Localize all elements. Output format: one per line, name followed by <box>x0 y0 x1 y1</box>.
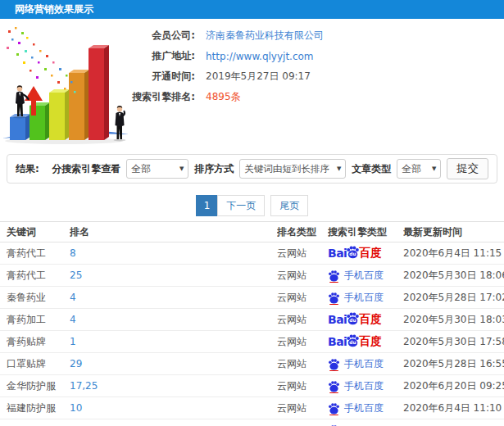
keyword-cell: 福建防护服 <box>7 401 70 415</box>
keyword-cell: 膏药加工 <box>7 313 70 327</box>
table-header-row: 关键词 排名 排名类型 搜索引擎类型 最新更新时间 <box>0 221 504 242</box>
svg-text:du: du <box>350 340 356 345</box>
engine-cell: Baidu百度 <box>328 311 403 328</box>
table-row: 膏药贴牌1云网站Baidu百度2020年5月30日 17:58 <box>0 331 504 353</box>
updated-cell: 2020年6月4日 11:15 <box>403 247 504 261</box>
header-rank-type: 排名类型 <box>277 225 328 239</box>
company-label: 会员公司: <box>123 29 195 43</box>
baidu-paw-icon <box>328 292 340 304</box>
baidu-paw-icon: du <box>346 333 360 347</box>
info-row-ranking-count: 搜索引擎排名: 4895条 <box>123 87 324 107</box>
updated-cell: 2020年6月20日 09:25 <box>403 379 504 393</box>
rank-link[interactable]: 8 <box>70 247 277 259</box>
red-underline <box>329 370 338 371</box>
engine-cell: Baidu百度 <box>328 245 403 261</box>
engine-cell: 手机百度 <box>328 401 403 415</box>
sort-value: 关键词由短到长排序 <box>244 163 329 175</box>
results-table: 关键词 排名 排名类型 搜索引擎类型 最新更新时间 膏药代工8云网站Baidu百… <box>0 221 504 426</box>
keyword-cell: 膏药代工 <box>7 269 70 283</box>
submit-button[interactable]: 提交 <box>447 158 488 179</box>
confetti <box>7 27 76 93</box>
rank-type-cell: 云网站 <box>277 247 328 261</box>
page-button-current[interactable]: 1 <box>196 195 219 216</box>
engine-cell: 手机百度 <box>328 269 403 283</box>
sort-select[interactable]: 关键词由短到长排序 ▼ <box>239 159 346 179</box>
bar-orange <box>69 70 89 140</box>
table-row: 金华防护服17,25云网站手机百度2020年6月20日 09:25 <box>0 375 504 397</box>
member-info-section: 会员公司: 济南秦鲁药业科技有限公司 推广地址: http://www.qlyy… <box>0 19 504 147</box>
info-row-url: 推广地址: http://www.qlyyjt.com <box>123 46 324 66</box>
article-type-select[interactable]: 全部 ▼ <box>397 159 441 179</box>
bar-yellow <box>49 89 70 140</box>
baidu-paw-icon <box>328 270 340 282</box>
sort-label: 排序方式 <box>194 162 234 176</box>
baidu-paw-icon <box>328 358 340 370</box>
engine-filter-label: 分搜索引擎查看 <box>52 162 120 176</box>
updated-cell: 2020年5月28日 17:02 <box>403 291 504 305</box>
rank-link[interactable]: 1 <box>70 336 277 347</box>
bar-chart-illustration <box>0 22 139 145</box>
chevron-down-icon: ▼ <box>334 165 341 172</box>
engine-filter-value: 全部 <box>131 162 151 176</box>
company-link[interactable]: 济南秦鲁药业科技有限公司 <box>206 29 324 43</box>
baidu-mobile-logo: 手机百度 <box>328 291 384 305</box>
article-type-value: 全部 <box>402 162 421 176</box>
ranking-count-value: 4895条 <box>206 90 241 104</box>
engine-cell: 手机百度 <box>328 357 403 371</box>
pagination: 1 下一页 尾页 <box>0 190 504 221</box>
next-page-button[interactable]: 下一页 <box>217 195 265 216</box>
table-row: 膏药代工8云网站Baidu百度2020年6月4日 11:15 <box>0 242 504 265</box>
rank-link[interactable]: 29 <box>70 358 277 369</box>
filter-band: 结果: 分搜索引擎查看 全部 ▼ 排序方式 关键词由短到长排序 ▼ 文章类型 全… <box>0 147 504 190</box>
baidu-paw-icon <box>328 380 340 392</box>
rank-type-cell: 云网站 <box>277 379 328 393</box>
engine-cell: Baidu百度 <box>328 333 403 350</box>
keyword-cell: 膏药代工 <box>7 247 70 261</box>
rank-type-cell: 云网站 <box>277 401 328 415</box>
engine-cell: 手机百度 <box>328 291 403 305</box>
red-underline <box>329 392 338 393</box>
keyword-cell: 膏药贴牌 <box>7 335 70 349</box>
filter-panel: 结果: 分搜索引擎查看 全部 ▼ 排序方式 关键词由短到长排序 ▼ 文章类型 全… <box>7 154 497 184</box>
last-page-button[interactable]: 尾页 <box>270 195 308 216</box>
bar-red <box>89 45 109 140</box>
baidu-mobile-logo: 手机百度 <box>328 269 384 283</box>
rank-link[interactable]: 25 <box>70 270 277 281</box>
rank-link[interactable]: 17,25 <box>70 380 277 392</box>
chevron-down-icon: ▼ <box>429 165 436 172</box>
rank-link[interactable]: 10 <box>70 402 277 414</box>
table-row: 膏药加工4云网站Baidu百度2020年5月30日 18:03 <box>0 309 504 331</box>
titlebar: 网络营销效果展示 <box>0 0 504 19</box>
table-row: 膏药代工25云网站手机百度2020年5月30日 18:06 <box>0 265 504 287</box>
page-title: 网络营销效果展示 <box>15 3 93 15</box>
updated-cell: 2020年5月30日 17:58 <box>403 335 504 349</box>
baidu-pc-logo: Baidu百度 <box>328 333 381 350</box>
rank-link[interactable]: 4 <box>70 314 277 325</box>
keyword-cell: 口罩贴牌 <box>7 357 70 371</box>
header-keyword: 关键词 <box>7 225 70 239</box>
filter-controls: 分搜索引擎查看 全部 ▼ 排序方式 关键词由短到长排序 ▼ 文章类型 全部 ▼ … <box>52 158 488 179</box>
engine-cell: 手机百度 <box>328 379 403 393</box>
engine-filter-select[interactable]: 全部 ▼ <box>126 159 188 179</box>
svg-text:du: du <box>350 252 356 256</box>
keyword-cell: 秦鲁药业 <box>7 291 70 305</box>
businessman-right <box>114 106 126 142</box>
table-row: 秦鲁药业4云网站手机百度2020年5月28日 17:02 <box>0 287 504 309</box>
header-engine-type: 搜索引擎类型 <box>328 225 403 239</box>
baidu-pc-logo: Baidu百度 <box>328 245 381 261</box>
promo-url-label: 推广地址: <box>123 49 195 63</box>
baidu-pc-logo: Baidu百度 <box>328 311 381 328</box>
open-time-value: 2019年5月27日 09:17 <box>206 70 311 84</box>
table-row <box>0 419 504 426</box>
ranking-count-label: 搜索引擎排名: <box>123 90 195 104</box>
rank-link[interactable]: 4 <box>70 292 277 303</box>
updated-cell: 2020年5月30日 18:03 <box>403 313 504 327</box>
baidu-paw-icon <box>328 402 340 415</box>
updated-cell: 2020年6月4日 11:10 <box>403 401 504 415</box>
baidu-paw-icon: du <box>346 311 360 325</box>
promo-url-link[interactable]: http://www.qlyyjt.com <box>206 51 314 62</box>
baidu-mobile-logo: 手机百度 <box>328 379 384 393</box>
baidu-mobile-logo: 手机百度 <box>328 357 384 371</box>
updated-cell: 2020年5月28日 16:55 <box>403 357 504 371</box>
header-rank: 排名 <box>70 225 277 239</box>
